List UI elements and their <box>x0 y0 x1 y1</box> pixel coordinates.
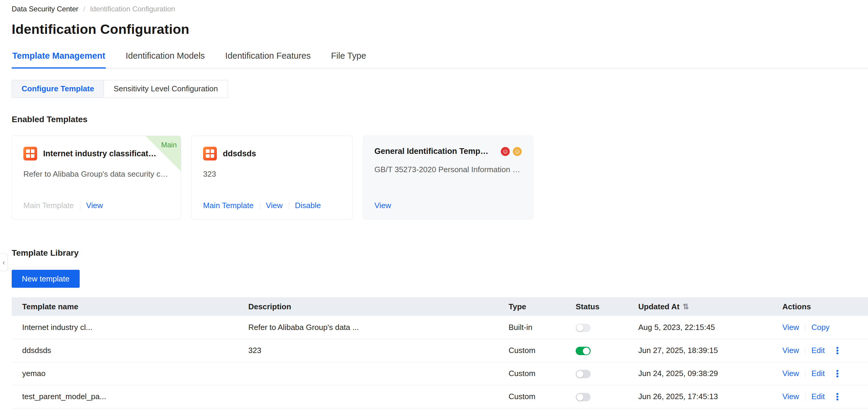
cell-template-name: Internet industry cl... <box>12 316 248 339</box>
edit-link[interactable]: Edit <box>811 369 825 378</box>
status-toggle[interactable] <box>576 347 591 355</box>
col-actions: Actions <box>782 297 868 316</box>
status-toggle[interactable] <box>576 370 591 378</box>
divider <box>805 393 805 401</box>
main-template-action: Main Template <box>23 201 74 210</box>
col-updated-at: Updated At ⇅ <box>638 297 782 316</box>
page-title: Identification Configuration <box>12 22 868 37</box>
card-title: ddsdsds <box>223 149 256 158</box>
main-template-link[interactable]: Main Template <box>203 201 254 210</box>
cell-description: 323 <box>248 339 508 362</box>
table-row: test_parent_model_pa... Custom Jun 26, 2… <box>12 385 868 408</box>
divider <box>80 202 80 210</box>
table-row: test_parent_model Custom Jun 26, 2025, 1… <box>12 408 868 415</box>
view-link[interactable]: View <box>374 201 391 210</box>
divider <box>805 347 805 354</box>
card-description: GB/T 35273-2020 Personal Information S..… <box>374 165 522 174</box>
more-actions-icon[interactable]: ⋮ <box>833 392 842 402</box>
view-link[interactable]: View <box>782 346 799 355</box>
breadcrumb-root-link[interactable]: Data Security Center <box>12 5 79 13</box>
subtab-sensitivity-level-configuration[interactable]: Sensitivity Level Configuration <box>104 80 227 98</box>
cell-type: Custom <box>508 385 576 408</box>
template-library-heading: Template Library <box>12 248 868 258</box>
cell-description <box>248 385 508 408</box>
more-actions-icon[interactable]: ⋮ <box>833 346 842 355</box>
edit-link[interactable]: Edit <box>811 392 825 401</box>
breadcrumb-current: Identification Configuration <box>90 5 175 13</box>
card-description: Refer to Alibaba Group's data security c… <box>23 169 169 179</box>
col-type: Type <box>508 297 576 316</box>
col-description: Description <box>248 297 508 316</box>
tab-bar: Template Management Identification Model… <box>12 51 868 69</box>
template-icon <box>203 147 217 160</box>
cell-updated-at: Jun 26, 2025, 17:24:08 <box>638 408 782 415</box>
cell-template-name: yemao <box>12 362 248 385</box>
cell-type: Custom <box>508 362 576 385</box>
cell-updated-at: Jun 24, 2025, 09:38:29 <box>638 362 782 385</box>
identification-configuration-page: Data Security Center / Identification Co… <box>0 0 868 415</box>
table-row: Internet industry cl... Refer to Alibaba… <box>12 316 868 339</box>
red-face-badge-icon: ☺ <box>501 147 510 156</box>
cell-description: Refer to Alibaba Group's data ... <box>248 316 508 339</box>
cell-template-name: test_parent_model <box>12 408 248 415</box>
view-link[interactable]: View <box>266 201 283 210</box>
subtab-group: Configure Template Sensitivity Level Con… <box>12 80 228 98</box>
card-title: Internet industry classification clas... <box>43 149 157 158</box>
cell-type: Custom <box>508 339 576 362</box>
badge-group: ☺ ☺ <box>501 147 522 156</box>
view-link[interactable]: View <box>86 201 103 210</box>
divider <box>260 202 260 210</box>
main-ribbon-label: Main <box>161 141 177 149</box>
template-icon <box>23 147 37 160</box>
card-description: 323 <box>203 169 341 179</box>
tab-file-type[interactable]: File Type <box>330 51 367 68</box>
view-link[interactable]: View <box>782 392 799 401</box>
cell-updated-at: Jun 26, 2025, 17:45:13 <box>638 385 782 408</box>
chevron-left-icon: ‹ <box>2 258 5 267</box>
cell-updated-at: Jun 27, 2025, 18:39:15 <box>638 339 782 362</box>
cell-type: Built-in <box>508 316 576 339</box>
divider <box>289 202 289 210</box>
divider <box>805 323 805 331</box>
template-card-ddsdsds: ddsdsds 323 Main Template View Disable <box>191 136 352 220</box>
enabled-templates-heading: Enabled Templates <box>12 115 868 124</box>
enabled-templates-cards: Main Internet industry classification cl… <box>12 136 868 220</box>
cell-type: Custom <box>508 408 576 415</box>
cell-template-name: test_parent_model_pa... <box>12 385 248 408</box>
tab-identification-features[interactable]: Identification Features <box>225 51 311 68</box>
template-library-table: Template name Description Type Status Up… <box>12 297 868 415</box>
status-toggle[interactable] <box>576 324 591 332</box>
view-link[interactable]: View <box>782 369 799 378</box>
new-template-button[interactable]: New template <box>12 270 80 288</box>
cell-description <box>248 408 508 415</box>
subtab-configure-template[interactable]: Configure Template <box>12 80 104 98</box>
cell-template-name: ddsdsds <box>12 339 248 362</box>
status-toggle[interactable] <box>576 393 591 401</box>
tab-template-management[interactable]: Template Management <box>12 51 106 68</box>
view-link[interactable]: View <box>782 323 799 332</box>
cell-description <box>248 362 508 385</box>
col-status: Status <box>576 297 638 316</box>
table-header-row: Template name Description Type Status Up… <box>12 297 868 316</box>
more-actions-icon[interactable]: ⋮ <box>833 369 842 379</box>
breadcrumb: Data Security Center / Identification Co… <box>12 5 868 13</box>
copy-link[interactable]: Copy <box>811 323 830 332</box>
disable-link[interactable]: Disable <box>295 201 321 210</box>
breadcrumb-separator: / <box>83 5 85 13</box>
table-row: ddsdsds 323 Custom Jun 27, 2025, 18:39:1… <box>12 339 868 362</box>
sort-icon[interactable]: ⇅ <box>683 302 689 311</box>
yellow-face-badge-icon: ☺ <box>513 147 522 156</box>
template-card-general-identification: General Identification Template ☺ ☺ GB/T… <box>363 136 533 220</box>
sidebar-collapse-handle[interactable]: ‹ <box>0 254 8 271</box>
template-card-internet-industry: Main Internet industry classification cl… <box>12 136 181 220</box>
col-template-name: Template name <box>12 297 248 316</box>
tab-identification-models[interactable]: Identification Models <box>125 51 205 68</box>
card-title: General Identification Template <box>374 147 491 156</box>
edit-link[interactable]: Edit <box>811 346 825 355</box>
cell-updated-at: Aug 5, 2023, 22:15:45 <box>638 316 782 339</box>
divider <box>805 370 805 378</box>
table-row: yemao Custom Jun 24, 2025, 09:38:29 View… <box>12 362 868 385</box>
